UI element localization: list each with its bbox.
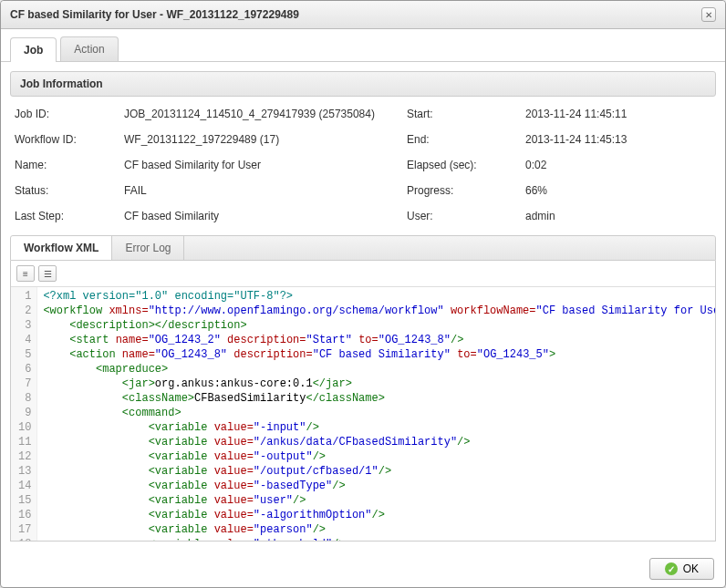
label-user: User:	[407, 210, 516, 222]
xml-editor: ≡ ☰ 1 2 3 4 5 6 7 8 9 10 11 12 13 14 15 …	[10, 261, 716, 542]
label-name: Name:	[15, 159, 115, 171]
list-icon[interactable]: ☰	[38, 265, 57, 282]
section-header-job-info: Job Information	[10, 71, 716, 97]
value-progress: 66%	[525, 184, 711, 197]
value-start: 2013-11-24 11:45:11	[525, 108, 711, 120]
value-user: admin	[525, 210, 711, 222]
label-start: Start:	[407, 108, 516, 120]
tab-job[interactable]: Job	[10, 37, 57, 62]
job-info-grid: Job ID: JOB_20131124_114510_4_279417939 …	[10, 108, 716, 235]
dialog-footer: ✓ OK	[1, 551, 725, 587]
value-last-step: CF based Similarity	[124, 210, 398, 222]
label-status: Status:	[15, 184, 115, 197]
value-name: CF based Similarity for User	[124, 159, 398, 171]
label-job-id: Job ID:	[15, 108, 115, 120]
ok-button-label: OK	[683, 562, 699, 575]
label-last-step: Last Step:	[15, 210, 115, 222]
label-workflow-id: Workflow ID:	[15, 133, 115, 146]
label-end: End:	[407, 133, 516, 146]
subtab-error-log[interactable]: Error Log	[112, 236, 184, 260]
value-elapsed: 0:02	[525, 159, 711, 171]
value-end: 2013-11-24 11:45:13	[525, 133, 711, 146]
code-area[interactable]: 1 2 3 4 5 6 7 8 9 10 11 12 13 14 15 16 1…	[11, 287, 715, 541]
ok-button[interactable]: ✓ OK	[649, 558, 714, 580]
check-circle-icon: ✓	[665, 562, 678, 575]
window-title: CF based Similarity for User - WF_201311…	[10, 8, 299, 21]
line-number-gutter: 1 2 3 4 5 6 7 8 9 10 11 12 13 14 15 16 1…	[11, 287, 37, 541]
titlebar: CF based Similarity for User - WF_201311…	[1, 1, 725, 29]
sub-tabstrip: Workflow XML Error Log	[10, 235, 716, 261]
subtab-workflow-xml[interactable]: Workflow XML	[11, 236, 112, 260]
value-workflow-id: WF_20131122_197229489 (17)	[124, 133, 398, 146]
main-tabstrip: Job Action	[1, 29, 725, 62]
value-status: FAIL	[124, 184, 398, 197]
label-progress: Progress:	[407, 184, 516, 197]
align-left-icon[interactable]: ≡	[16, 265, 35, 282]
code-lines: <?xml version="1.0" encoding="UTF-8"?> <…	[37, 287, 715, 541]
tab-action[interactable]: Action	[60, 36, 118, 61]
value-job-id: JOB_20131124_114510_4_279417939 (2573508…	[124, 108, 398, 120]
dialog-window: CF based Similarity for User - WF_201311…	[0, 0, 726, 588]
label-elapsed: Elapsed (sec):	[407, 159, 516, 171]
close-button[interactable]: ✕	[701, 7, 716, 22]
content-area: Job Information Job ID: JOB_20131124_114…	[1, 62, 725, 551]
editor-toolbar: ≡ ☰	[11, 261, 715, 287]
